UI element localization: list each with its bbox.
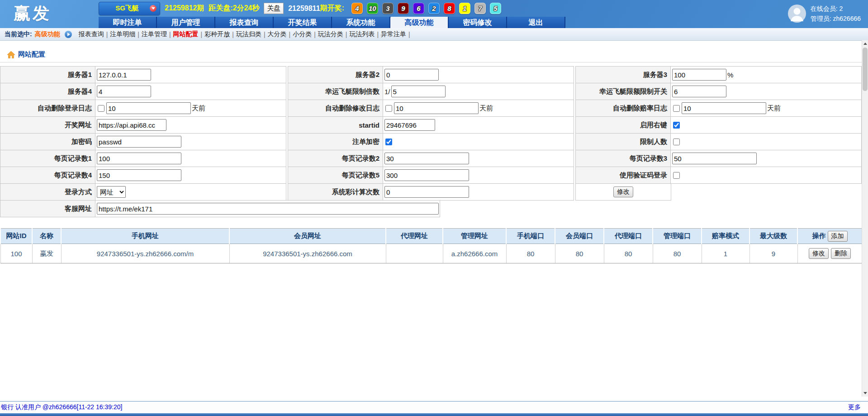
del-modify-log-checkbox[interactable] [385,105,392,112]
breadcrumb: 当前选中: 高级功能 报表查询| 注单明细| 注单管理| 网站配置| 彩种开放|… [0,28,868,41]
del-modify-log-days-input[interactable] [394,102,479,114]
field-del-modify-log: 自动删除修改日志 天前 [288,100,574,117]
field-page-size5: 每页记录数5 [288,167,574,184]
field-enable-right-click: 启用右键 [575,116,862,134]
result-ball: 6 [413,3,424,14]
result-balls: 4 10 3 9 6 2 8 1 7 5 [351,3,501,14]
add-site-button[interactable]: 添加 [828,231,848,242]
field-limit-people: 限制人数 [575,133,862,150]
scroll-down-arrow-icon[interactable] [862,390,868,397]
footer-notice: 银行 认准用户 @zh626666[11-22 16:39:20] [0,403,122,411]
link-play-list[interactable]: 玩法列表 [347,30,377,38]
page-size2-input[interactable] [384,153,469,164]
link-big-category[interactable]: 大分类 [266,30,289,38]
actions-header-label: 操作 [812,232,825,239]
link-bet-management[interactable]: 注单管理 [139,30,169,38]
startid-input[interactable] [384,119,435,131]
server4-input[interactable] [97,86,151,97]
link-abnormal-bets[interactable]: 异常注单 [379,30,408,38]
online-members-count: 2 [839,5,843,12]
tab-report-query[interactable]: 报表查询 [215,17,274,28]
scroll-up-arrow-icon[interactable] [862,40,868,47]
page-size5-input[interactable] [384,169,469,181]
page-size3-input[interactable] [672,153,757,164]
del-login-log-days-input[interactable] [106,102,191,114]
del-login-log-checkbox[interactable] [98,105,104,112]
field-page-size2: 每页记录数2 [288,150,574,167]
service-url-input[interactable] [97,203,439,215]
link-play-category[interactable]: 玩法分类 [316,30,346,38]
tab-system-functions[interactable]: 系统功能 [332,17,390,28]
link-lottery-open[interactable]: 彩种开放 [202,30,232,38]
modify-config-button[interactable]: 修改 [613,186,633,197]
draw-url-input[interactable] [97,119,166,131]
field-label: 客服网址 [0,201,95,217]
field-label: 每页记录数3 [576,150,671,167]
edit-site-button[interactable]: 修改 [809,248,829,259]
sys-lottery-calc-input[interactable] [384,186,469,198]
tab-logout[interactable]: 退出 [507,17,565,28]
cell-max-level: 9 [749,244,797,263]
lottery-selector-button[interactable]: SG飞艇 [99,2,160,15]
login-mode-select[interactable]: 网址 [97,186,126,198]
site-logo: 赢发 [14,2,52,25]
del-odds-log-days-input[interactable] [682,102,766,114]
field-secret-code: 加密码 [0,133,286,150]
form-row: 开奖网址 startid 启用右键 [0,116,868,134]
delete-site-button[interactable]: 删除 [831,248,851,259]
table-row: 100 赢发 9247336501-ys.zh62666.com/m 92473… [0,244,862,263]
main-nav: 即时注单 用户管理 报表查询 开奖结果 系统功能 高级功能 密码修改 退出 [99,17,565,28]
page-size1-input[interactable] [97,153,181,164]
close-market-button[interactable]: 关盘 [264,3,284,14]
field-server2: 服务器2 [288,66,574,83]
lucky-multiplier-input[interactable] [391,86,446,97]
lottery-selector-label: SG飞艇 [115,4,139,13]
result-period-number: 21259811 [288,5,320,13]
tab-instant-bets[interactable]: 即时注单 [99,17,157,28]
page-size4-input[interactable] [97,169,181,181]
site-config-form: 服务器1 服务器2 服务器3 % 服务器4 幸运飞艇限制倍数 1/ [0,66,868,217]
field-label: 每页记录数5 [288,167,383,183]
cell-name: 赢发 [32,244,61,263]
server1-input[interactable] [97,69,151,81]
field-server3: 服务器3 % [575,66,862,83]
bet-encrypt-checkbox[interactable] [385,139,392,145]
del-odds-log-checkbox[interactable] [673,105,680,112]
breadcrumb-current-section: 高级功能 [35,30,60,38]
tab-advanced-functions[interactable]: 高级功能 [390,17,449,28]
link-bet-detail[interactable]: 注单明细 [108,30,138,38]
tab-draw-results[interactable]: 开奖结果 [274,17,332,28]
field-label: 服务器4 [0,83,95,100]
percent-suffix: % [727,71,733,79]
field-bet-encrypt: 注单加密 [288,133,574,150]
lucky-limit-switch-input[interactable] [672,86,726,97]
col-mobile-url: 手机网址 [61,229,229,244]
vertical-scrollbar[interactable] [862,40,868,397]
link-report-query[interactable]: 报表查询 [76,30,106,38]
scrollbar-thumb[interactable] [863,48,868,91]
tab-change-password[interactable]: 密码修改 [449,17,507,28]
link-small-category[interactable]: 小分类 [290,30,314,38]
field-label: 幸运飞艇限制倍数 [288,83,383,100]
tab-user-management[interactable]: 用户管理 [157,17,215,28]
link-site-config[interactable]: 网站配置 [171,30,201,38]
cell-actions: 修改 删除 [797,244,862,263]
chevron-down-icon [150,5,157,12]
bottom-strip [0,413,868,416]
captcha-login-checkbox[interactable] [673,172,680,179]
form-row: 服务器4 幸运飞艇限制倍数 1/ 幸运飞艇限额限制开关 [0,83,868,100]
cell-admin-url: a.zh62666.com [443,244,506,263]
more-link[interactable]: 更多 [848,403,861,411]
go-arrow-icon [65,31,72,38]
field-label: 限制人数 [576,134,671,150]
server2-input[interactable] [384,69,439,81]
server3-input[interactable] [672,69,726,81]
col-admin-url: 管理网址 [443,229,506,244]
limit-people-checkbox[interactable] [673,139,680,145]
enable-right-click-checkbox[interactable] [673,122,680,129]
link-play-grouping[interactable]: 玩法归类 [234,30,264,38]
secret-code-input[interactable] [97,136,181,148]
result-ball: 8 [444,3,455,14]
col-member-url: 会员网址 [229,229,386,244]
field-label: startid [288,117,383,133]
